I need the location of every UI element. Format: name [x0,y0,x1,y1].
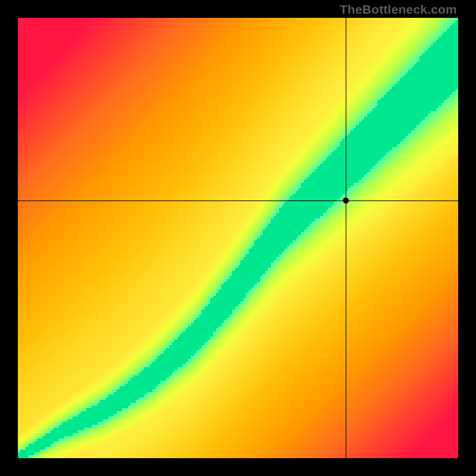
watermark-text: TheBottleneck.com [340,2,457,17]
chart-container: TheBottleneck.com [0,0,476,476]
heatmap-plot [18,18,458,458]
heatmap-canvas [18,18,458,458]
